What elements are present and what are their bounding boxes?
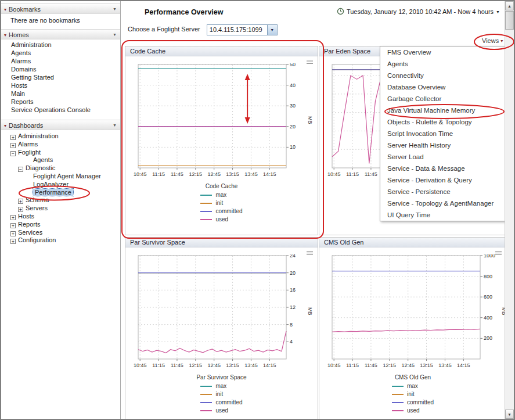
scroll-thumb[interactable] bbox=[505, 11, 514, 30]
time-range-selector[interactable]: Tuesday, January 12, 2010 10:42 AM - Now… bbox=[337, 8, 500, 15]
views-menu-item-server-load[interactable]: Server Load bbox=[380, 151, 506, 163]
homes-item-reports[interactable]: Reports bbox=[1, 98, 120, 106]
clock-icon bbox=[337, 8, 344, 15]
views-menu-item-objects-rulette-topology[interactable]: Objects - Rulette & Topology bbox=[380, 116, 506, 128]
tree-item-label[interactable]: Reports bbox=[18, 221, 41, 228]
dashboard-tree-item-servers[interactable]: +Servers bbox=[1, 204, 120, 213]
bookmarks-section-title: Bookmarks bbox=[9, 6, 41, 13]
legend-swatch-used bbox=[200, 410, 212, 411]
chart-legend: Par Survivor Spacemaxinitcommittedused bbox=[125, 374, 318, 415]
chart-title-bar[interactable]: Par Survivor Space bbox=[125, 238, 318, 247]
views-menu-item-database-overview[interactable]: Database Overview bbox=[380, 81, 506, 93]
section-collapse-icon: ▾ bbox=[4, 33, 6, 38]
homes-section-header[interactable]: ▾Homes ▼ bbox=[1, 29, 120, 40]
dashboard-tree-item-agents[interactable]: Agents bbox=[1, 156, 120, 164]
server-select[interactable]: 10.4.115.175:1099 ▼ bbox=[207, 24, 278, 35]
combo-dropdown-button[interactable]: ▼ bbox=[267, 25, 277, 35]
views-menu-item-server-health-history[interactable]: Server Health History bbox=[380, 139, 506, 151]
homes-item-alarms[interactable]: Alarms bbox=[1, 57, 120, 65]
legend-swatch-init bbox=[392, 394, 404, 395]
views-menu-item-service-persistence[interactable]: Service - Persistence bbox=[380, 186, 506, 198]
tree-item-label[interactable]: Alarms bbox=[18, 141, 38, 148]
views-menu-item-service-derivation-query[interactable]: Service - Derivation & Query bbox=[380, 174, 506, 186]
dashboard-tree-item-diagnostic[interactable]: −Diagnostic bbox=[1, 164, 120, 173]
expand-icon[interactable]: + bbox=[10, 239, 16, 244]
legend-label: max bbox=[215, 192, 226, 198]
dashboard-tree-item-foglight[interactable]: −Foglight bbox=[1, 149, 120, 157]
dashboard-tree-item-configuration[interactable]: +Configuration bbox=[1, 236, 120, 245]
expand-icon[interactable]: + bbox=[10, 135, 16, 140]
legend-item-committed: committed bbox=[392, 399, 434, 407]
tree-item-label[interactable]: Configuration bbox=[18, 236, 56, 243]
tree-item-label[interactable]: LogAnalyzer bbox=[33, 181, 69, 188]
legend-item-used: used bbox=[392, 407, 434, 415]
homes-item-domains[interactable]: Domains bbox=[1, 65, 120, 73]
homes-item-hosts[interactable]: Hosts bbox=[1, 81, 120, 89]
bookmarks-section-header[interactable]: ▾Bookmarks ▼ bbox=[1, 3, 120, 14]
x-axis-tick-label: 11:15 bbox=[344, 362, 361, 368]
homes-item-main[interactable]: Main bbox=[1, 89, 120, 98]
tree-item-label[interactable]: Agents bbox=[33, 156, 53, 163]
views-menu-item-java-virtual-machine-memory[interactable]: Java Virtual Machine Memory bbox=[380, 105, 506, 116]
tree-item-label[interactable]: Services bbox=[18, 229, 42, 236]
dashboard-tree-item-foglight-agent-manager[interactable]: Foglight Agent Manager bbox=[1, 173, 120, 181]
dashboard-tree-item-hosts[interactable]: +Hosts bbox=[1, 213, 120, 221]
tree-item-label[interactable]: Diagnostic bbox=[26, 164, 55, 171]
views-menu-item-garbage-collector[interactable]: Garbage Collector bbox=[380, 93, 506, 105]
views-menu-item-script-invocation-time[interactable]: Script Invocation Time bbox=[380, 128, 506, 139]
dashboard-tree-item-loganalyzer[interactable]: LogAnalyzer bbox=[1, 181, 120, 189]
legend-swatch-used bbox=[200, 219, 212, 220]
x-axis-tick-label: 11:15 bbox=[150, 362, 167, 368]
dashboards-section-header[interactable]: ▾Dashboards ▼ bbox=[1, 120, 120, 130]
homes-item-getting-started[interactable]: Getting Started bbox=[1, 73, 120, 81]
tree-item-label[interactable]: Schema bbox=[26, 196, 49, 203]
chart-customizer-icon[interactable] bbox=[495, 251, 502, 256]
chart-customizer-icon[interactable] bbox=[307, 251, 313, 256]
homes-item-agents[interactable]: Agents bbox=[1, 49, 120, 57]
expand-icon[interactable]: + bbox=[10, 215, 16, 220]
views-menu-item-fms-overview[interactable]: FMS Overview bbox=[380, 46, 506, 58]
dashboard-tree-item-performance[interactable]: Performance bbox=[1, 189, 120, 197]
tree-item-label[interactable]: Servers bbox=[26, 204, 48, 211]
legend-label: used bbox=[215, 216, 228, 222]
collapse-icon[interactable]: − bbox=[10, 151, 16, 156]
views-menu-item-connectivity[interactable]: Connectivity bbox=[380, 70, 506, 81]
tree-item-label[interactable]: Foglight bbox=[18, 149, 41, 156]
x-axis-tick-label: 13:15 bbox=[225, 171, 241, 177]
expand-icon[interactable]: + bbox=[18, 199, 23, 204]
views-menu-item-ui-query-time[interactable]: UI Query Time bbox=[380, 209, 506, 221]
views-menu-item-service-data-message[interactable]: Service - Data & Message bbox=[380, 163, 506, 174]
section-collapse-icon: ▾ bbox=[4, 7, 6, 12]
scroll-down-button[interactable]: ▼ bbox=[505, 410, 514, 419]
dashboard-tree-item-schema[interactable]: +Schema bbox=[1, 196, 120, 204]
svg-text:8: 8 bbox=[290, 322, 293, 328]
chart-title-bar[interactable]: CMS Old Gen bbox=[319, 238, 506, 247]
x-axis-tick-label: 14:15 bbox=[261, 171, 278, 177]
time-range-label: Tuesday, January 12, 2010 10:42 AM - Now… bbox=[347, 8, 494, 15]
dashboard-tree-item-reports[interactable]: +Reports bbox=[1, 221, 120, 229]
chart-title-bar[interactable]: Code Cache bbox=[125, 46, 318, 56]
homes-item-administration[interactable]: Administration bbox=[1, 41, 120, 49]
dashboard-tree-item-administration[interactable]: +Administration bbox=[1, 132, 120, 141]
views-menu-item-service-topology-agentmanager[interactable]: Service - Topology & AgentManager bbox=[380, 198, 506, 209]
expand-icon[interactable]: + bbox=[18, 207, 23, 212]
scroll-up-button[interactable]: ▲ bbox=[505, 1, 514, 10]
tree-item-label[interactable]: Performance bbox=[33, 189, 73, 196]
x-axis-labels: 10:4511:1511:4512:1512:4513:1513:4514:15 bbox=[326, 362, 506, 369]
tree-item-label[interactable]: Foglight Agent Manager bbox=[33, 173, 101, 180]
tree-item-label[interactable]: Administration bbox=[18, 132, 59, 139]
expand-icon[interactable]: + bbox=[10, 143, 16, 148]
homes-item-service-operations-console[interactable]: Service Operations Console bbox=[1, 106, 120, 114]
views-menu-item-agents[interactable]: Agents bbox=[380, 58, 506, 70]
legend-label: max bbox=[407, 383, 418, 389]
homes-section-title: Homes bbox=[9, 31, 29, 38]
dashboard-tree-item-services[interactable]: +Services bbox=[1, 229, 120, 237]
tree-item-label[interactable]: Hosts bbox=[18, 213, 34, 220]
chart-customizer-icon[interactable] bbox=[307, 60, 313, 65]
views-button[interactable]: Views▾ bbox=[482, 36, 504, 45]
expand-icon[interactable]: + bbox=[10, 231, 16, 236]
scrollbar[interactable]: ▲ ▼ bbox=[505, 1, 514, 419]
collapse-icon[interactable]: − bbox=[18, 167, 23, 172]
dashboard-tree-item-alarms[interactable]: +Alarms bbox=[1, 141, 120, 149]
expand-icon[interactable]: + bbox=[10, 223, 16, 228]
